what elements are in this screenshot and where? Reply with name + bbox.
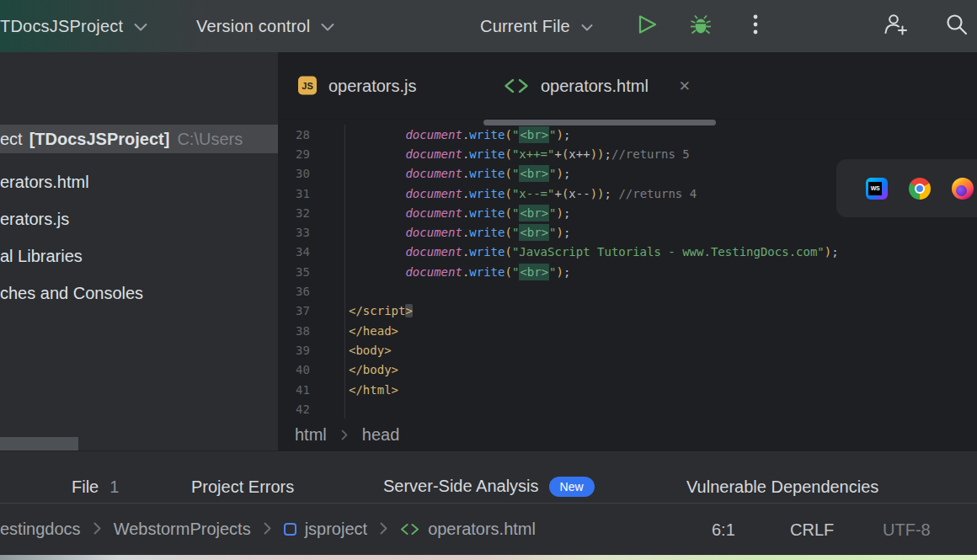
line-number[interactable]: 31 (278, 184, 345, 203)
nav-bar-item-operators.html[interactable]: operators.html (400, 520, 536, 539)
line-number[interactable]: 30 (278, 164, 345, 184)
code-line: 34 document.write("JavaScript Tutorials … (278, 243, 977, 262)
status-bar: estingdocsWebstormProjectsjsprojectopera… (0, 504, 977, 555)
line-number[interactable]: 38 (278, 321, 345, 340)
webstorm-badge: WS (868, 182, 882, 195)
editor-tab-bar: JSoperators.jsoperators.html✕ (278, 52, 977, 120)
chevron-down-icon (134, 17, 147, 36)
code-text[interactable]: </head> (345, 324, 398, 338)
project-folder-icon (284, 523, 296, 536)
editor-tab-operators.js[interactable]: JSoperators.js (298, 76, 417, 95)
nav-bar-item-label: estingdocs (0, 520, 81, 539)
line-number[interactable]: 29 (278, 144, 345, 163)
code-text[interactable]: document.write("<br>"); (345, 128, 570, 141)
project-panel-hscrollbar[interactable] (0, 437, 78, 451)
add-user-icon (883, 13, 908, 40)
project-tree-item[interactable]: ches and Consoles (0, 275, 278, 312)
nav-bar-item-WebstormProjects[interactable]: WebstormProjects (114, 520, 251, 539)
code-text[interactable]: <body> (345, 344, 392, 357)
js-file-icon: JS (298, 77, 317, 95)
line-number[interactable]: 42 (278, 399, 345, 419)
nav-bar-item-label: WebstormProjects (114, 520, 251, 539)
code-line: 42 (278, 399, 977, 419)
bottom-tool-window: File1Project ErrorsServer-Side AnalysisN… (0, 451, 977, 555)
line-number[interactable]: 40 (278, 360, 345, 380)
run-configuration-selector[interactable]: Current File (480, 17, 593, 36)
code-text[interactable]: </script> (345, 304, 413, 317)
line-number[interactable]: 32 (278, 203, 345, 222)
problems-tab-file[interactable]: File1 (72, 477, 119, 496)
run-configuration-label: Current File (480, 17, 570, 36)
nav-bar-item-estingdocs[interactable]: estingdocs (0, 520, 81, 539)
project-tree-item[interactable]: erators.js (0, 200, 278, 237)
debug-button[interactable] (689, 13, 713, 40)
code-text[interactable]: </body> (345, 363, 398, 376)
project-root-row[interactable]: ect [TDocsJSProject] C:\Users (0, 125, 278, 153)
code-text[interactable]: document.write("x++="+(x++));//returns 5 (345, 147, 690, 161)
chevron-right-icon (264, 520, 271, 539)
code-text[interactable]: document.write("<br>"); (345, 167, 570, 180)
code-line: 28 document.write("<br>"); (278, 125, 977, 144)
play-icon (637, 14, 658, 39)
kebab-menu-icon (752, 13, 759, 40)
problems-tab-project-errors[interactable]: Project Errors (191, 477, 294, 496)
html-file-icon (400, 524, 419, 535)
new-badge: New (549, 477, 595, 497)
chevron-down-icon (581, 17, 593, 36)
line-number[interactable]: 28 (278, 125, 345, 144)
tab-scrollbar-thumb[interactable] (483, 120, 716, 125)
code-text[interactable]: document.write("JavaScript Tutorials - w… (345, 245, 839, 259)
more-actions-button[interactable] (752, 13, 759, 40)
vcs-selector[interactable]: Version control (196, 17, 334, 36)
project-tree-item[interactable]: al Libraries (0, 237, 278, 275)
code-with-me-button[interactable] (883, 13, 908, 40)
line-number[interactable]: 35 (278, 262, 345, 281)
code-line: 33 document.write("<br>"); (278, 222, 977, 242)
nav-bar-item-label: jsproject (305, 520, 367, 539)
line-number[interactable]: 34 (278, 243, 345, 262)
line-number[interactable]: 39 (278, 340, 345, 360)
line-number[interactable]: 37 (278, 301, 345, 321)
search-everywhere-button[interactable] (945, 13, 969, 40)
run-button[interactable] (637, 14, 658, 39)
code-text[interactable]: document.write("<br>"); (345, 206, 570, 220)
editor-tab-label: operators.js (328, 76, 417, 95)
project-root-prefix: ect (0, 130, 23, 149)
nav-bar-item-jsproject[interactable]: jsproject (284, 520, 367, 539)
editor[interactable]: 28 document.write("<br>");29 document.wr… (278, 120, 977, 419)
chevron-down-icon (321, 17, 334, 36)
main-toolbar: TDocsJSProject Version control Current F… (0, 0, 977, 52)
problems-tab-label: Server-Side Analysis (383, 477, 539, 496)
problems-tab-count: 1 (109, 477, 119, 496)
firefox-icon[interactable] (952, 178, 974, 200)
code-text[interactable]: </html> (345, 383, 398, 397)
code-line: 35 document.write("<br>"); (278, 262, 977, 281)
search-icon (945, 13, 969, 40)
problems-tab-label: Project Errors (191, 477, 294, 496)
webstorm-icon[interactable]: WS (866, 178, 888, 200)
problems-tab-vulnerable-dependencies[interactable]: Vulnerable Dependencies (686, 477, 878, 496)
close-tab-icon[interactable]: ✕ (679, 77, 691, 94)
code-text[interactable]: document.write("x--="+(x--)); //returns … (345, 187, 697, 200)
project-selector[interactable]: TDocsJSProject (0, 17, 147, 36)
line-separator-widget[interactable]: CRLF (790, 520, 834, 539)
breadcrumb-item-html[interactable]: html (295, 425, 327, 445)
line-number[interactable]: 36 (278, 281, 345, 301)
vcs-selector-label: Version control (196, 17, 310, 36)
caret-position-widget[interactable]: 6:1 (712, 520, 735, 539)
chrome-icon[interactable] (909, 178, 931, 200)
encoding-widget[interactable]: UTF-8 (883, 520, 931, 539)
line-number[interactable]: 41 (278, 380, 345, 399)
code-text[interactable]: document.write("<br>"); (345, 265, 570, 279)
breadcrumb-item-head[interactable]: head (362, 425, 400, 445)
code-line: 38</head> (278, 321, 977, 340)
line-number[interactable]: 33 (278, 222, 345, 242)
project-tree-item[interactable]: erators.html (0, 163, 278, 200)
code-text[interactable]: document.write("<br>"); (345, 226, 570, 239)
browser-launcher-popup: WS (836, 159, 977, 217)
code-line: 37</script> (278, 301, 977, 321)
chevron-right-icon (93, 520, 101, 539)
code-line: 41</html> (278, 380, 977, 399)
problems-tab-server-side-analysis[interactable]: Server-Side AnalysisNew (383, 477, 595, 497)
editor-tab-operators.html[interactable]: operators.html✕ (504, 76, 691, 95)
